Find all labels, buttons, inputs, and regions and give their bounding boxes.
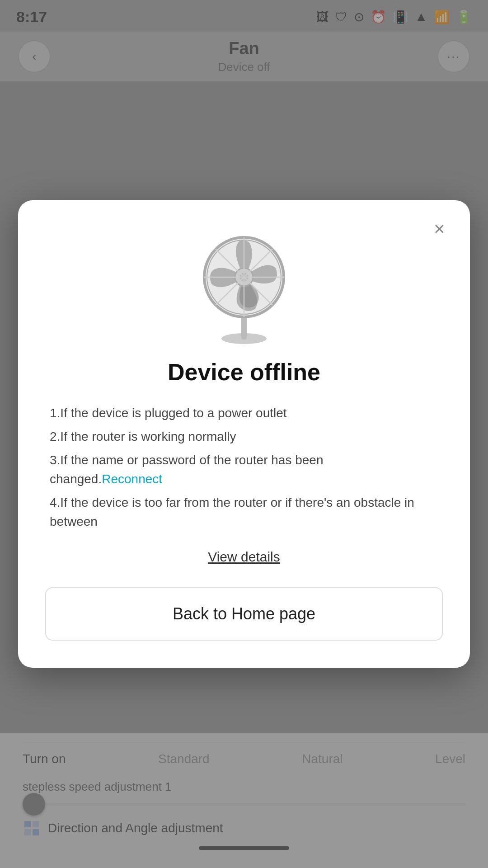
checklist-item-2: 2.If the router is working normally xyxy=(50,427,438,446)
checklist: 1.If the device is plugged to a power ou… xyxy=(45,404,443,531)
fan-icon-container xyxy=(45,223,443,340)
modal-title: Device offline xyxy=(45,359,443,386)
back-home-button[interactable]: Back to Home page xyxy=(45,587,443,641)
view-details-link[interactable]: View details xyxy=(208,549,280,564)
offline-modal: ✕ xyxy=(18,200,470,668)
view-details-wrap: View details xyxy=(45,549,443,565)
checklist-item-3: 3.If the name or password of the router … xyxy=(50,451,438,489)
close-button[interactable]: ✕ xyxy=(427,217,452,242)
checklist-item-4: 4.If the device is too far from the rout… xyxy=(50,493,438,531)
checklist-item-1: 1.If the device is plugged to a power ou… xyxy=(50,404,438,423)
modal-overlay: ✕ xyxy=(0,0,488,868)
fan-image xyxy=(194,223,294,340)
reconnect-link[interactable]: Reconnect xyxy=(102,472,162,486)
checklist-item-3-text: 3.If the name or password of the router … xyxy=(50,453,323,486)
